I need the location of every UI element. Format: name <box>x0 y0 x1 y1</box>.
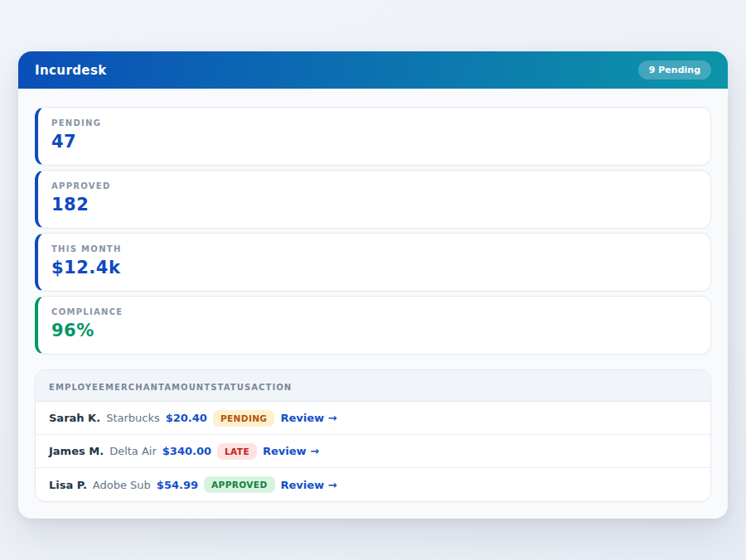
amount-value: $20.40 <box>166 412 207 424</box>
status-badge: LATE <box>217 443 257 460</box>
column-header-status: STATUS <box>211 383 251 392</box>
incurdesk-app: Incurdesk 9 Pending PENDING 47 APPROVED … <box>18 51 728 519</box>
stat-label: PENDING <box>51 118 697 128</box>
stat-card-pending: PENDING 47 <box>35 107 711 166</box>
review-link[interactable]: Review → <box>263 445 319 457</box>
column-header-merchant: MERCHANT <box>105 383 164 392</box>
stat-value: 47 <box>51 132 697 152</box>
app-body: PENDING 47 APPROVED 182 THIS MONTH $12.4… <box>18 89 728 519</box>
stat-value: $12.4k <box>51 258 697 278</box>
employee-name: James M. <box>49 445 104 457</box>
table-row: Lisa P. Adobe Sub $54.99 APPROVED Review… <box>36 468 710 501</box>
column-header-amount: AMOUNT <box>164 383 211 392</box>
review-link[interactable]: Review → <box>280 412 337 424</box>
stat-value: 96% <box>51 321 697 340</box>
employee-name: Sarah K. <box>49 412 100 424</box>
column-header-action: ACTION <box>251 383 292 392</box>
amount-value: $340.00 <box>162 445 211 457</box>
app-title: Incurdesk <box>35 63 107 78</box>
app-header: Incurdesk 9 Pending <box>18 51 728 89</box>
stat-label: THIS MONTH <box>51 244 697 253</box>
employee-name: Lisa P. <box>49 479 87 491</box>
amount-value: $54.99 <box>157 479 198 491</box>
pending-count-badge: 9 Pending <box>638 60 711 80</box>
transactions-panel: EMPLOYEEMERCHANTAMOUNTSTATUSACTION Sarah… <box>35 369 711 502</box>
table-row: Sarah K. Starbucks $20.40 PENDING Review… <box>36 402 710 435</box>
stat-label: COMPLIANCE <box>51 307 697 316</box>
stat-label: APPROVED <box>51 181 697 191</box>
merchant-name: Starbucks <box>106 412 160 424</box>
status-badge: PENDING <box>213 410 274 427</box>
table-header-row: EMPLOYEEMERCHANTAMOUNTSTATUSACTION <box>36 370 710 402</box>
column-header-employee: EMPLOYEE <box>49 383 105 392</box>
merchant-name: Adobe Sub <box>93 479 151 491</box>
table-row: James M. Delta Air $340.00 LATE Review → <box>36 435 710 468</box>
stat-value: 182 <box>51 195 697 215</box>
stat-card-approved: APPROVED 182 <box>35 170 711 229</box>
merchant-name: Delta Air <box>109 445 157 457</box>
review-link[interactable]: Review → <box>281 479 337 491</box>
stat-card-compliance: COMPLIANCE 96% <box>35 296 711 355</box>
stat-card-this-month: THIS MONTH $12.4k <box>35 233 711 292</box>
status-badge: APPROVED <box>204 476 274 493</box>
